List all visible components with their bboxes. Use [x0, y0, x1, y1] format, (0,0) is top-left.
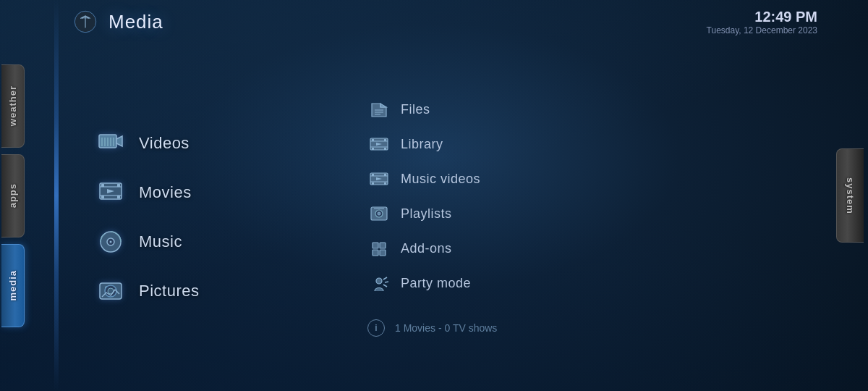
info-row: i 1 Movies - 0 TV shows [362, 309, 803, 340]
files-icon [367, 98, 391, 122]
svg-point-45 [378, 213, 380, 214]
header-left: Media [72, 9, 163, 35]
left-sidebar: weather apps media [0, 0, 58, 391]
svg-rect-30 [384, 139, 386, 141]
submenu-label-add-ons: Add-ons [401, 241, 452, 256]
svg-point-51 [376, 278, 382, 284]
clock-time: 12:49 PM [707, 9, 817, 25]
svg-rect-14 [117, 196, 120, 198]
main-menu: Videos Movies [87, 58, 318, 377]
submenu-item-music-videos[interactable]: Music videos [362, 164, 803, 195]
sidebar-item-weather[interactable]: weather [0, 62, 26, 149]
menu-label-movies: Movies [139, 183, 192, 202]
menu-item-pictures[interactable]: Pictures [87, 270, 318, 312]
main-content: Videos Movies [58, 43, 832, 391]
library-icon [367, 133, 391, 156]
add-ons-icon [367, 237, 391, 261]
svg-line-54 [383, 285, 387, 287]
videos-icon [95, 128, 126, 159]
info-text: 1 Movies - 0 TV shows [395, 322, 497, 334]
submenu-item-library[interactable]: Library [362, 130, 803, 160]
svg-rect-37 [372, 174, 374, 176]
sidebar-item-system[interactable]: system [836, 148, 864, 243]
movies-icon [95, 177, 126, 208]
submenu-item-party-mode[interactable]: Party mode [362, 269, 803, 299]
music-icon [95, 227, 126, 257]
menu-item-videos[interactable]: Videos [87, 122, 318, 164]
svg-rect-31 [372, 148, 374, 150]
svg-line-52 [383, 277, 387, 279]
svg-rect-13 [101, 196, 104, 198]
submenu-label-files: Files [401, 102, 430, 117]
svg-marker-2 [116, 136, 122, 146]
menu-item-movies[interactable]: Movies [87, 172, 318, 214]
menu-label-music: Music [139, 232, 182, 251]
submenu-item-add-ons[interactable]: Add-ons [362, 234, 803, 264]
header: Media 12:49 PM Tuesday, 12 December 2023 [58, 0, 832, 43]
info-icon: i [367, 319, 385, 337]
sidebar-item-media[interactable]: media [0, 242, 26, 329]
sub-menu: Files Library [318, 58, 803, 377]
svg-rect-38 [384, 174, 386, 176]
svg-line-53 [385, 282, 388, 282]
sidebar-item-apps[interactable]: apps [0, 152, 26, 239]
svg-rect-12 [117, 184, 120, 187]
svg-rect-11 [101, 184, 104, 187]
right-sidebar: system [832, 0, 868, 391]
clock-date: Tuesday, 12 December 2023 [707, 25, 817, 35]
svg-point-18 [110, 241, 112, 243]
submenu-item-playlists[interactable]: Playlists [362, 199, 803, 230]
svg-rect-47 [373, 243, 378, 248]
svg-rect-50 [380, 250, 386, 256]
menu-label-pictures: Pictures [139, 282, 199, 300]
menu-item-music[interactable]: Music [87, 221, 318, 263]
submenu-label-music-videos: Music videos [401, 172, 480, 187]
submenu-label-playlists: Playlists [401, 206, 452, 222]
svg-rect-49 [373, 250, 378, 256]
submenu-label-library: Library [401, 137, 443, 152]
svg-rect-32 [384, 148, 386, 150]
submenu-label-party-mode: Party mode [401, 276, 471, 291]
tesla-logo-icon [72, 9, 98, 35]
submenu-item-files[interactable]: Files [362, 95, 803, 125]
header-time: 12:49 PM Tuesday, 12 December 2023 [707, 9, 817, 35]
music-videos-icon [367, 168, 391, 191]
svg-rect-48 [380, 243, 386, 248]
pictures-icon [95, 276, 126, 306]
menu-label-videos: Videos [139, 134, 190, 153]
page-title: Media [109, 11, 163, 33]
svg-rect-39 [372, 182, 374, 185]
playlists-icon [367, 203, 391, 226]
svg-rect-40 [384, 182, 386, 185]
svg-rect-29 [372, 139, 374, 141]
party-mode-icon [367, 272, 391, 295]
